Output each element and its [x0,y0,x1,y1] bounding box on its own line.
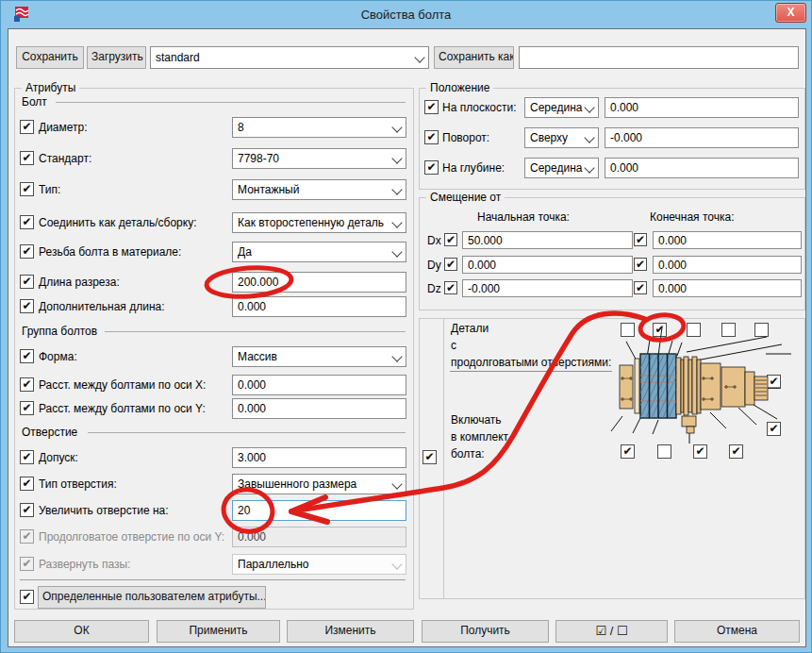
section-divider [56,102,406,103]
load-button[interactable]: Загрузить [87,46,146,69]
save-as-button[interactable]: Сохранить как [434,46,514,69]
dz-end-input[interactable] [653,279,802,297]
dz-start-checkbox[interactable] [444,281,457,294]
oversize-input[interactable] [232,500,406,521]
on-plane-input[interactable] [605,97,799,118]
dy-end-input[interactable] [653,256,802,274]
connect-as-select[interactable]: Как второстепенную деталь [232,212,406,233]
rotation-checkbox[interactable] [424,130,439,144]
thread-in-material-checkbox[interactable] [20,244,34,259]
attributes-legend: Атрибуты [22,81,79,94]
cancel-button[interactable]: Отмена [674,620,800,643]
dx-start-input[interactable] [462,231,633,249]
save-as-input[interactable] [519,46,799,69]
slotted-part-checkbox-5[interactable] [754,323,769,337]
attr-row: Резьба болта в материале: Да [20,242,406,263]
tolerance-input[interactable] [232,447,406,468]
type-label: Тип: [39,183,60,197]
chevron-down-icon [585,162,595,174]
rotation-input[interactable] [605,127,799,148]
dy-end-checkbox[interactable] [634,258,647,271]
bolt-dist-y-input[interactable] [232,398,406,419]
type-select[interactable]: Монтажный [232,179,406,200]
include-in-kit-label: болта: [451,447,485,461]
extra-length-input[interactable] [232,296,406,317]
kit-washer-bottom-checkbox[interactable] [767,422,781,436]
extra-length-checkbox[interactable] [20,299,34,313]
modify-button[interactable]: Изменить [287,620,414,643]
apply-button[interactable]: Применить [157,620,280,643]
kit-part-checkbox-2[interactable] [657,444,671,459]
kit-part-checkbox-1[interactable] [621,444,635,459]
bolt-dist-y-checkbox[interactable] [20,401,34,415]
slotted-part-checkbox-4[interactable] [721,323,736,337]
profile-select[interactable]: standard [150,46,429,69]
assembly-main-checkbox[interactable] [423,450,437,464]
ok-button[interactable]: ОК [14,620,149,643]
kit-part-checkbox-4[interactable] [729,444,743,459]
at-depth-label: На глубине: [442,161,505,176]
get-button[interactable]: Получить [422,620,549,643]
bolt-properties-dialog: Свойства болта X Сохранить Загрузить sta… [0,0,812,653]
offset-legend: Смещение от [426,191,505,204]
slotted-part-checkbox-3[interactable] [687,323,701,337]
dy-start-checkbox[interactable] [444,258,457,271]
uda-divider [20,579,406,580]
kit-part-checkbox-3[interactable] [693,444,707,459]
slotted-part-checkbox-2[interactable] [653,323,667,337]
at-depth-input[interactable] [605,158,799,178]
bolt-dist-x-label: Расст. между болтами по оси X: [39,378,206,393]
cut-length-label: Длина разреза: [39,276,120,290]
oversize-checkbox[interactable] [20,503,34,517]
bolt-dist-x-checkbox[interactable] [20,377,34,392]
dz-label: Dz [427,282,441,296]
hole-type-select[interactable]: Завышенного размера [232,474,406,494]
type-checkbox[interactable] [20,182,34,196]
at-depth-select[interactable]: Середина [524,158,599,178]
kit-washer-top-checkbox[interactable] [767,375,781,389]
thread-in-material-select[interactable]: Да [232,242,406,262]
rotation-select[interactable]: Сверху [524,127,599,148]
save-button[interactable]: Сохранить [16,46,84,69]
attr-row: Тип отверстия: Завышенного размера [20,474,406,495]
window-title: Свойства болта [1,8,811,22]
connect-as-checkbox[interactable] [20,215,34,229]
slotted-parts-label: Детали [451,322,489,336]
uda-checkbox[interactable] [20,590,34,604]
chevron-down-icon [585,132,595,143]
on-plane-select[interactable]: Середина [524,97,599,118]
dx-end-input[interactable] [653,231,802,249]
dx-end-checkbox[interactable] [634,233,647,246]
rotation-label: Поворот: [442,131,489,145]
attr-row: Форма: Массив [20,346,406,368]
on-plane-checkbox[interactable] [424,100,439,114]
cut-length-checkbox[interactable] [20,275,34,289]
dz-end-checkbox[interactable] [634,281,647,294]
extra-length-label: Дополнительная длина: [39,300,165,314]
standard-select[interactable]: 7798-70 [232,148,406,169]
tolerance-checkbox[interactable] [20,450,34,464]
slotted-part-checkbox-1[interactable] [621,323,635,337]
diameter-select[interactable]: 8 [232,117,406,138]
dz-start-input[interactable] [462,279,633,297]
include-in-kit-label: в комплект [451,430,508,444]
shape-select[interactable]: Массив [232,346,406,367]
tolerance-label: Допуск: [39,451,78,465]
uda-button[interactable]: Определенные пользователем атрибуты... [38,586,266,609]
diameter-checkbox[interactable] [20,120,34,134]
chevron-down-icon [392,351,403,362]
dy-start-input[interactable] [462,256,633,274]
chevron-down-icon [392,478,403,490]
profile-value: standard [156,51,200,64]
section-hole-label: Отверстие [22,426,77,440]
close-button[interactable]: X [775,3,806,23]
dx-start-checkbox[interactable] [444,233,457,246]
at-depth-checkbox[interactable] [424,160,439,175]
toggle-all-checkboxes-button[interactable]: ☑ / ☐ [555,620,668,643]
shape-checkbox[interactable] [20,349,34,363]
start-point-header: Начальная точка: [477,210,570,225]
standard-checkbox[interactable] [20,151,34,165]
bolt-dist-x-input[interactable] [232,375,406,395]
hole-type-checkbox[interactable] [20,477,34,491]
cut-length-input[interactable] [232,272,406,293]
